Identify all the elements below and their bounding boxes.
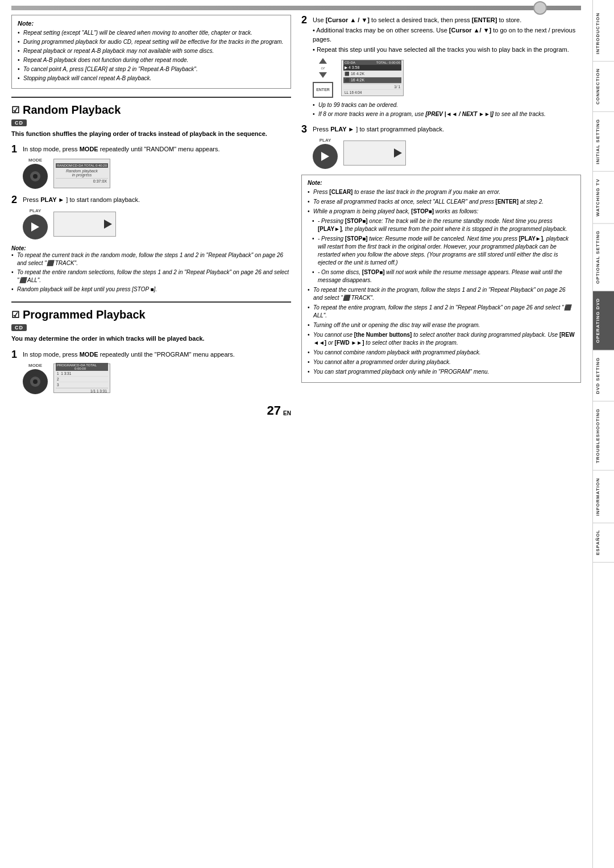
right-step3-text: Press PLAY ► ] to start programmed playb… [313, 124, 444, 134]
random-step1-images: MODE RANDOMCD-DA TOTA [23, 158, 291, 189]
prog-row-1: 1 1 3:31 [56, 371, 108, 377]
programmed-title-text: Programmed Playback [23, 308, 146, 321]
sidebar-tab-dvd-setting: DVD SETTING [593, 350, 614, 402]
enter-label: ENTER [316, 88, 330, 92]
top-note-box: Note: Repeat setting (except "ALL") will… [11, 15, 291, 89]
right-step2-images: or ENTER CD-DATOTAL: 0:00:00 [313, 58, 581, 98]
prog-mode-button [23, 369, 48, 394]
right-step2-bullet-2: If 8 or more tracks were in a program, u… [313, 110, 581, 118]
random-note-item-2: To repeat the entire random selections, … [11, 268, 291, 284]
page-en: EN [283, 410, 291, 416]
enter-button: ENTER [313, 82, 333, 98]
main-content: Note: Repeat setting (except "ALL") will… [0, 0, 592, 868]
right-step2-screen-header: CD-DATOTAL: 0:00:00 [343, 60, 401, 65]
right-step2-text: Use [Cursor ▲ / ▼] to select a desired t… [313, 15, 581, 55]
random-note-item-3: Random playback will be kept until you p… [11, 286, 291, 294]
play-arrow-icon [31, 222, 39, 232]
right-note-item-2: To erase all programmed tracks at once, … [308, 198, 575, 206]
programmed-screen: PROGRAMCD-DA TOTAL 0:00:00 1 1 3:31 2 3 … [53, 363, 110, 393]
page-number: 27 [267, 403, 281, 418]
random-cd-badge: CD [11, 119, 27, 126]
play-button-random [23, 214, 48, 239]
programmed-cd-badge: CD [11, 324, 27, 331]
sidebar-tab-operating-dvd: OPERATING DVD [593, 291, 614, 350]
svg-point-2 [33, 174, 38, 179]
right-note-item-11: You cannot combine random playback with … [308, 349, 575, 357]
right-sidebar: INTRODUCTION CONNECTION INITIAL SETTING … [592, 0, 614, 868]
top-note-item-1: Repeat setting (except "ALL") will be cl… [18, 29, 285, 37]
sidebar-tab-information: INFORMATION [593, 471, 614, 523]
random-note: Note: To repeat the current track in the… [11, 245, 291, 294]
prog-play-screen [343, 140, 406, 166]
random-section-title: ☑ Random Playback [11, 104, 291, 117]
random-step1: 1 In stop mode, press MODE repeatedly un… [11, 144, 291, 189]
right-step2-header: 2 Use [Cursor ▲ / ▼] to select a desired… [301, 15, 581, 55]
right-step2-bullet-1: Up to 99 tracks can be ordered. [313, 101, 581, 109]
right-step3-images: PLAY [313, 138, 581, 169]
arrow-up-icon [319, 58, 327, 64]
random-play-screen [53, 212, 116, 237]
play-label-random: PLAY [30, 208, 42, 213]
programmed-desc: You may determine the order in which tra… [11, 334, 291, 343]
right-step3-header: 3 Press PLAY ► ] to start programmed pla… [301, 124, 581, 134]
page-wrapper: Note: Repeat setting (except "ALL") will… [0, 0, 614, 868]
top-note-title: Note: [18, 20, 285, 27]
arrow-down-icon [319, 72, 327, 78]
random-note-title: Note: [11, 245, 291, 251]
programmed-step1: 1 In stop mode, press MODE repeatedly un… [11, 349, 291, 394]
play-button-prog [313, 144, 338, 169]
play-label-prog: PLAY [320, 138, 331, 143]
random-note-list: To repeat the current track in the rando… [11, 251, 291, 294]
right-step2-num: 2 [301, 15, 310, 25]
mode-button [23, 164, 48, 189]
right-note-item-8: To repeat the entire program, follow the… [308, 304, 575, 320]
up-down-arrows [319, 58, 327, 64]
random-step2: 2 Press PLAY ► ] to start random playbac… [11, 195, 291, 239]
right-note-item-10: You cannot use [the Number buttons] to s… [308, 331, 575, 347]
programmed-section-title: ☑ Programmed Playback [11, 308, 291, 321]
page-number-area: 27 EN [11, 400, 291, 421]
top-note-item-4: Repeat A-B playback does not function du… [18, 56, 285, 64]
random-screen-header: RANDOMCD-DA TOTAL 0:40:20 [56, 163, 108, 168]
random-step1-header: 1 In stop mode, press MODE repeatedly un… [11, 144, 291, 154]
sidebar-tab-watching-tv: WATCHING TV [593, 172, 614, 224]
prog-screen-header: PROGRAMCD-DA TOTAL 0:00:00 [56, 363, 108, 371]
programmed-step1-header: 1 In stop mode, press MODE repeatedly un… [11, 349, 291, 359]
prog-mode-label: MODE [28, 363, 42, 368]
play-arrow-prog-icon [321, 152, 329, 161]
right-note-item-4: - Pressing [STOP■] once: The track will … [312, 217, 575, 233]
right-note-box: Note: Press [CLEAR] to erase the last tr… [301, 175, 581, 383]
right-step2-bullets: Up to 99 tracks can be ordered. If 8 or … [313, 101, 581, 118]
mode-label: MODE [28, 158, 42, 163]
right-step3: 3 Press PLAY ► ] to start programmed pla… [301, 124, 581, 169]
right-note-item-12: You cannot alter a programmed order duri… [308, 358, 575, 366]
random-title-text: Random Playback [23, 104, 121, 117]
right-note-item-13: You can start programmed playback only w… [308, 368, 575, 376]
col-left: Note: Repeat setting (except "ALL") will… [11, 15, 291, 857]
right-step2-screen: CD-DATOTAL: 0:00:00 ▶ 4 3:58 ⬛ 16 4:2K ⬛… [341, 60, 404, 96]
random-checkbox-icon: ☑ [11, 105, 19, 115]
sidebar-tab-connection: CONNECTION [593, 61, 614, 112]
programmed-checkbox-icon: ☑ [11, 309, 19, 320]
programmed-step1-num: 1 [11, 349, 20, 359]
prog-row-2: 2 [56, 377, 108, 382]
random-step1-num: 1 [11, 144, 20, 154]
sidebar-tab-espanol: ESPAÑOL [593, 523, 614, 563]
right-note-item-9: Turning off the unit or opening the disc… [308, 321, 575, 329]
right-screen-row-sel: ▶ 4 3:58 [343, 65, 401, 71]
col-right: 2 Use [Cursor ▲ / ▼] to select a desired… [301, 15, 581, 857]
random-step2-num: 2 [11, 195, 20, 205]
random-note-item-1: To repeat the current track in the rando… [11, 251, 291, 267]
top-note-list: Repeat setting (except "ALL") will be cl… [18, 29, 285, 82]
svg-point-5 [33, 379, 38, 384]
random-desc: This function shuffles the playing order… [11, 130, 291, 138]
right-screen-row-2: ⬛ 16 4:2K [343, 71, 401, 77]
top-note-item-3: Repeat playback or repeat A-B playback m… [18, 47, 285, 55]
programmed-step1-text: In stop mode, press MODE repeatedly unti… [23, 349, 235, 359]
sidebar-tab-initial-setting: INITIAL SETTING [593, 112, 614, 172]
top-bar-circle [533, 1, 547, 15]
down-arrows [319, 72, 327, 78]
random-step1-text: In stop mode, press MODE repeatedly unti… [23, 144, 220, 154]
right-note-list: Press [CLEAR] to erase the last track in… [308, 188, 575, 376]
prog-play-screen-arrow-icon [394, 148, 402, 158]
